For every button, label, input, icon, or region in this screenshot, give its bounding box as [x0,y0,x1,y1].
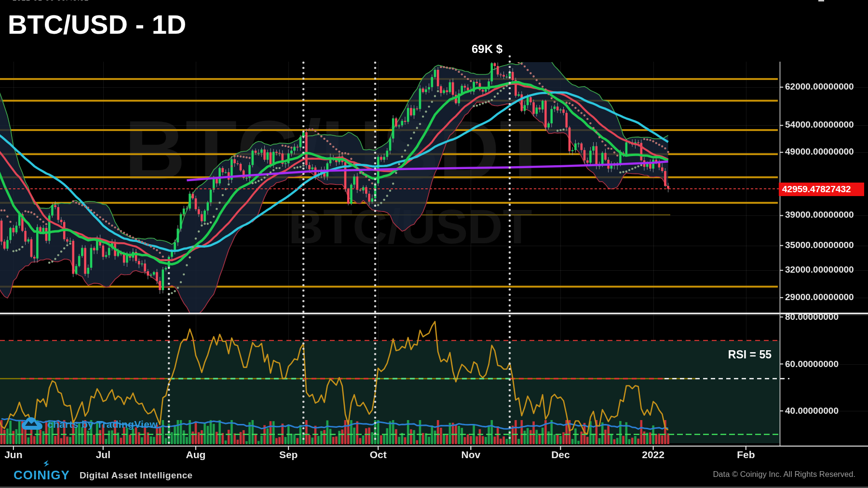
price-axis-label: 35000.00000000 [785,240,854,251]
x-axis-label: Oct [370,449,387,461]
x-axis-label: Sep [279,449,298,461]
price-axis-label: 32000.00000000 [785,264,854,275]
copyright-text: Data © Coinigy Inc. All Rights Reserved. [713,470,855,479]
rsi-axis-label: 60.00000000 [785,359,839,369]
tradingview-cloud-icon[interactable] [21,416,43,434]
price-axis-label: 54000.00000000 [785,119,854,130]
clipped-timestamp: 2022-01-06 06:45:02 [13,0,138,2]
chart-window: 2022-01-06 06:45:02 BTC/USD - 1D 69K $ R… [0,0,868,488]
rsi-axis-label: 80.00000000 [785,312,839,322]
x-axis-label: Dec [551,449,570,461]
rsi-axis-label: 40.00000000 [785,406,839,416]
x-axis-label: Aug [186,449,206,461]
coinigy-bolt-icon [41,460,51,470]
current-price-badge: 42959.47827432 [779,183,864,196]
page-title: BTC/USD - 1D [8,9,186,40]
clipped-ui-fragment [818,0,824,1]
x-axis-label: Jul [96,449,110,461]
rsi-annotation: RSI = 55 [728,348,772,361]
x-axis-label: Jun [4,449,22,461]
chart-canvas[interactable] [0,0,868,488]
price-axis-label: 62000.00000000 [785,81,854,92]
tradingview-attribution[interactable]: charts by TradingView [47,419,158,430]
x-axis-label: 2022 [642,449,665,461]
x-axis-label: Nov [461,449,481,461]
peak-price-annotation: 69K $ [472,42,502,56]
price-axis-label: 29000.00000000 [785,292,854,303]
x-axis-label: Feb [737,449,755,461]
coinigy-tagline: Digital Asset Intelligence [80,470,193,481]
price-axis-label: 49000.00000000 [785,146,854,157]
price-axis-label: 39000.00000000 [785,210,854,220]
